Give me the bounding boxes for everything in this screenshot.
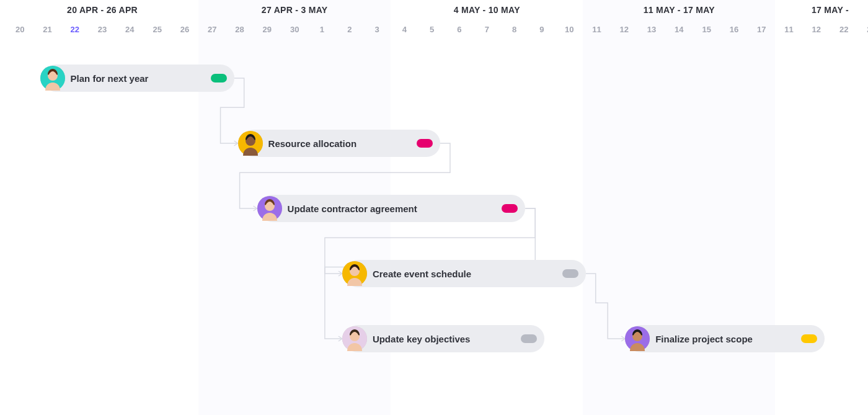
task-bar[interactable]: Resource allocation (240, 130, 440, 157)
day-label[interactable]: 6 (446, 25, 473, 34)
gantt-timeline: 20 APR - 26 APR27 APR - 3 MAY4 MAY - 10 … (0, 0, 868, 415)
day-label[interactable]: 29 (254, 25, 281, 34)
task-label: Create event schedule (373, 269, 471, 279)
gantt-canvas[interactable]: Plan for next yearResource allocationUpd… (0, 41, 868, 415)
timeline-header: 20 APR - 26 APR27 APR - 3 MAY4 MAY - 10 … (0, 0, 868, 41)
task-status-pill[interactable] (521, 334, 537, 343)
day-label[interactable]: 23 (857, 25, 868, 34)
day-label[interactable]: 20 (6, 25, 33, 34)
day-label[interactable]: 27 (198, 25, 226, 34)
assignee-avatar[interactable] (342, 326, 367, 351)
week-label: 11 MAY - 17 MAY (644, 5, 715, 15)
day-label[interactable]: 16 (720, 25, 748, 34)
week-label: 17 MAY - (812, 5, 849, 15)
task-bar[interactable]: Update contractor agreement (259, 195, 526, 222)
dependency-connector (586, 274, 625, 339)
day-label[interactable]: 25 (144, 25, 171, 34)
task-status-pill[interactable] (417, 139, 433, 148)
day-label[interactable]: 28 (226, 25, 253, 34)
day-label[interactable]: 8 (500, 25, 528, 34)
day-labels-row: 2021222324252627282930123456789101112131… (0, 21, 868, 38)
day-label[interactable]: 11 (583, 25, 610, 34)
week-label: 27 APR - 3 MAY (262, 5, 328, 15)
day-label[interactable]: 24 (116, 25, 143, 34)
day-label[interactable]: 15 (693, 25, 720, 34)
day-label[interactable]: 7 (473, 25, 500, 34)
task-bar[interactable]: Update key objectives (344, 325, 544, 352)
task-bar[interactable]: Finalize project scope (627, 325, 825, 352)
task-label: Update key objectives (373, 334, 471, 344)
day-label[interactable]: 17 (748, 25, 775, 34)
day-label[interactable]: 1 (308, 25, 335, 34)
assignee-avatar[interactable] (342, 261, 367, 286)
day-label[interactable]: 13 (638, 25, 665, 34)
assignee-avatar[interactable] (238, 131, 263, 156)
day-label[interactable]: 3 (363, 25, 391, 34)
task-status-pill[interactable] (562, 269, 578, 278)
dependency-lines (0, 41, 868, 415)
day-label[interactable]: 14 (665, 25, 693, 34)
day-label[interactable]: 21 (33, 25, 61, 34)
task-bar[interactable]: Plan for next year (42, 65, 234, 92)
assignee-avatar[interactable] (625, 326, 650, 351)
day-label[interactable]: 4 (391, 25, 418, 34)
assignee-avatar[interactable] (257, 196, 282, 221)
day-label[interactable]: 2 (336, 25, 363, 34)
task-status-pill[interactable] (211, 74, 227, 83)
day-label[interactable]: 12 (611, 25, 638, 34)
day-label-today[interactable]: 22 (61, 25, 89, 34)
week-labels-row: 20 APR - 26 APR27 APR - 3 MAY4 MAY - 10 … (0, 0, 868, 20)
day-label[interactable]: 12 (803, 25, 830, 34)
day-label[interactable]: 30 (281, 25, 308, 34)
day-label[interactable]: 11 (775, 25, 802, 34)
assignee-avatar[interactable] (40, 66, 65, 91)
task-status-pill[interactable] (801, 334, 817, 343)
task-label: Plan for next year (71, 73, 149, 84)
task-label: Update contractor agreement (288, 203, 417, 214)
day-label[interactable]: 5 (418, 25, 446, 34)
day-label[interactable]: 26 (171, 25, 198, 34)
week-label: 20 APR - 26 APR (67, 5, 138, 15)
day-label[interactable]: 23 (89, 25, 116, 34)
day-label[interactable]: 10 (556, 25, 583, 34)
task-label: Finalize project scope (655, 334, 753, 344)
task-bar[interactable]: Create event schedule (344, 260, 586, 287)
day-label[interactable]: 22 (830, 25, 857, 34)
day-label[interactable]: 9 (528, 25, 556, 34)
task-status-pill[interactable] (502, 204, 518, 213)
week-label: 4 MAY - 10 MAY (454, 5, 520, 15)
task-label: Resource allocation (268, 138, 357, 149)
